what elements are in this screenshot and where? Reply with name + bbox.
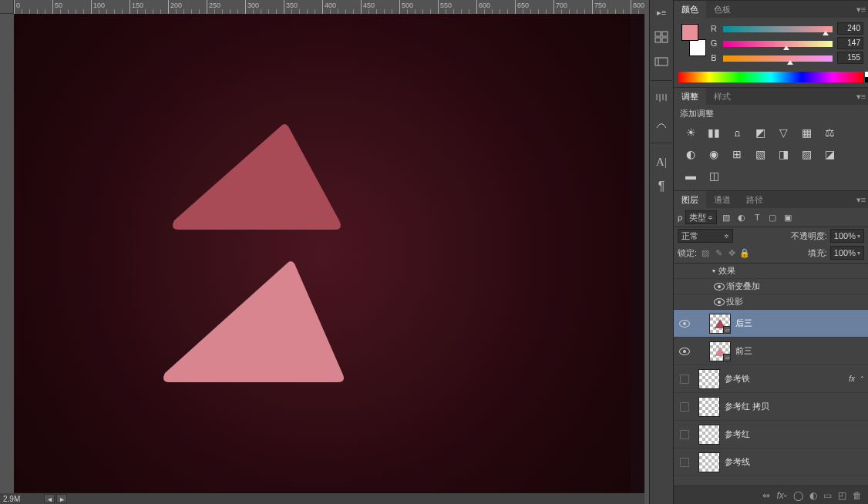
balance-icon[interactable]: ⚖ bbox=[822, 126, 837, 139]
character-icon[interactable]: A| bbox=[652, 154, 671, 170]
r-slider[interactable] bbox=[723, 25, 833, 32]
curves-icon[interactable]: ⩍ bbox=[729, 126, 745, 139]
layer-name[interactable]: 参考红 bbox=[725, 428, 750, 440]
layer-thumbnail[interactable] bbox=[698, 369, 720, 389]
bw-icon[interactable]: ◐ bbox=[683, 147, 698, 161]
fx-badge[interactable]: fx bbox=[849, 375, 855, 383]
layer-list[interactable]: ▾效果 渐变叠加 投影 ▱后三▱前三参考铁fx⌃参考红 拷贝参考红参考线 bbox=[674, 264, 868, 486]
layer-row[interactable]: 参考红 拷贝 bbox=[674, 393, 868, 421]
layer-name[interactable]: 后三 bbox=[735, 318, 752, 329]
lock-position-icon[interactable]: ✥ bbox=[726, 247, 737, 258]
layer-row[interactable]: ▱后三 bbox=[674, 310, 868, 338]
fx-item[interactable]: 投影 bbox=[674, 294, 868, 310]
channel-mixer-icon[interactable]: ⊞ bbox=[729, 147, 745, 161]
vibrance-icon[interactable]: ▽ bbox=[775, 126, 791, 139]
lock-all-icon[interactable]: 🔒 bbox=[739, 247, 750, 258]
new-layer-icon[interactable]: ◰ bbox=[838, 490, 846, 501]
layer-thumbnail[interactable] bbox=[698, 397, 720, 417]
layer-row[interactable]: 参考红 bbox=[674, 421, 868, 449]
layer-name[interactable]: 参考红 拷贝 bbox=[725, 401, 769, 412]
filter-type-icon[interactable]: T bbox=[751, 211, 763, 223]
threshold-icon[interactable]: ◪ bbox=[822, 147, 837, 161]
tab-paths[interactable]: 路径 bbox=[738, 191, 771, 208]
filter-smart-icon[interactable]: ▣ bbox=[782, 211, 794, 223]
fx-header[interactable]: ▾效果 bbox=[674, 264, 868, 279]
hue-icon[interactable]: ▦ bbox=[799, 126, 814, 139]
layer-thumbnail[interactable] bbox=[698, 452, 720, 472]
brush-icon[interactable] bbox=[652, 92, 671, 107]
layer-thumbnail[interactable]: ▱ bbox=[709, 314, 731, 334]
levels-icon[interactable]: ▮▮ bbox=[706, 126, 722, 139]
zoom-level[interactable]: 2.9M bbox=[3, 495, 20, 503]
tab-swatches[interactable]: 色板 bbox=[706, 1, 738, 18]
document-canvas[interactable] bbox=[14, 14, 631, 492]
fx-item[interactable]: 渐变叠加 bbox=[674, 279, 868, 294]
shape-front-triangle[interactable] bbox=[157, 259, 345, 387]
layer-row[interactable]: 参考线 bbox=[674, 449, 868, 476]
shape-back-triangle[interactable] bbox=[165, 122, 342, 234]
new-adjustment-icon[interactable]: ◐ bbox=[809, 490, 817, 501]
tab-color[interactable]: 颜色 bbox=[674, 1, 706, 18]
visibility-toggle[interactable] bbox=[714, 298, 725, 306]
layer-thumbnail[interactable] bbox=[698, 425, 720, 445]
b-slider[interactable] bbox=[723, 54, 833, 62]
photo-filter-icon[interactable]: ◉ bbox=[706, 147, 722, 161]
foreground-color[interactable] bbox=[681, 24, 698, 41]
visibility-toggle[interactable] bbox=[679, 320, 690, 328]
brush-settings-icon[interactable] bbox=[652, 116, 671, 132]
filter-shape-icon[interactable]: ▢ bbox=[766, 211, 779, 223]
tab-styles[interactable]: 样式 bbox=[706, 88, 738, 105]
layer-name[interactable]: 参考铁 bbox=[725, 373, 750, 385]
panel-menu-icon[interactable]: ▸≡ bbox=[652, 5, 671, 20]
ruler-horizontal[interactable]: 0501001502002503003504004505005506006507… bbox=[14, 0, 644, 14]
colorlookup-icon[interactable]: ▧ bbox=[752, 147, 768, 161]
r-value[interactable]: 240 bbox=[837, 22, 863, 35]
delete-layer-icon[interactable]: 🗑 bbox=[853, 490, 862, 501]
tab-layers[interactable]: 图层 bbox=[674, 191, 706, 208]
lock-transparency-icon[interactable]: ▨ bbox=[700, 247, 711, 258]
link-layers-icon[interactable]: ⇔ bbox=[762, 490, 770, 501]
tab-adjustments[interactable]: 调整 bbox=[674, 88, 706, 105]
filter-pixel-icon[interactable]: ▧ bbox=[720, 211, 732, 223]
posterize-icon[interactable]: ▨ bbox=[799, 147, 814, 161]
color-spectrum[interactable] bbox=[678, 72, 863, 82]
color-swatch[interactable] bbox=[681, 24, 706, 56]
ruler-origin[interactable] bbox=[0, 0, 14, 14]
layer-fx-icon[interactable]: fx▫ bbox=[776, 490, 787, 501]
brightness-icon[interactable]: ☀ bbox=[683, 126, 698, 139]
layer-mask-icon[interactable]: ◯ bbox=[793, 490, 803, 501]
background-color[interactable] bbox=[689, 39, 706, 56]
gradient-map-icon[interactable]: ▬ bbox=[683, 169, 698, 183]
visibility-toggle[interactable] bbox=[714, 283, 725, 291]
b-value[interactable]: 155 bbox=[837, 52, 863, 64]
filter-kind-select[interactable]: 类型≑ bbox=[685, 210, 717, 224]
panel-menu-icon[interactable]: ▾≡ bbox=[854, 1, 868, 18]
panel-menu-icon[interactable]: ▾≡ bbox=[854, 191, 868, 208]
ruler-vertical[interactable] bbox=[0, 14, 14, 493]
selective-icon[interactable]: ◫ bbox=[706, 169, 722, 183]
fill-input[interactable]: 100%▾ bbox=[830, 246, 864, 260]
tab-channels[interactable]: 通道 bbox=[706, 191, 738, 208]
status-nav-left[interactable]: ◂ bbox=[44, 494, 55, 503]
properties-icon[interactable] bbox=[652, 54, 671, 69]
layer-thumbnail[interactable]: ▱ bbox=[709, 341, 731, 361]
layer-row[interactable]: 参考铁fx⌃ bbox=[674, 365, 868, 393]
layer-row[interactable]: ▱前三 bbox=[674, 338, 868, 365]
g-slider[interactable] bbox=[723, 39, 833, 47]
visibility-toggle[interactable] bbox=[679, 348, 690, 355]
layer-name[interactable]: 前三 bbox=[735, 345, 752, 357]
new-group-icon[interactable]: ▭ bbox=[823, 490, 832, 501]
filter-adjust-icon[interactable]: ◐ bbox=[735, 211, 748, 223]
exposure-icon[interactable]: ◩ bbox=[752, 126, 768, 139]
opacity-input[interactable]: 100%▾ bbox=[830, 229, 864, 243]
status-nav-right[interactable]: ▸ bbox=[56, 494, 67, 503]
invert-icon[interactable]: ◨ bbox=[775, 147, 791, 161]
paragraph-icon[interactable]: ¶ bbox=[652, 179, 671, 194]
g-value[interactable]: 147 bbox=[837, 37, 863, 49]
canvas-viewport[interactable] bbox=[14, 14, 644, 493]
history-icon[interactable] bbox=[652, 29, 671, 45]
panel-menu-icon[interactable]: ▾≡ bbox=[854, 88, 868, 105]
blend-mode-select[interactable]: 正常≑ bbox=[678, 229, 733, 243]
lock-paint-icon[interactable]: ✎ bbox=[713, 247, 724, 258]
layer-name[interactable]: 参考线 bbox=[725, 456, 750, 468]
